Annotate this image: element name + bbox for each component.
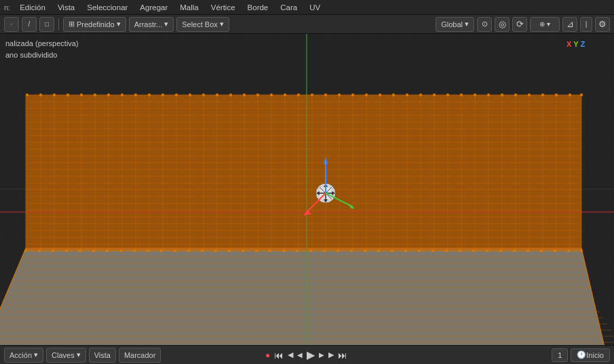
accion-arrow: ▾ — [34, 350, 38, 359]
transform-btn[interactable]: ⟳ — [512, 17, 527, 32]
global-arrow: ▾ — [465, 20, 469, 28]
svg-point-128 — [474, 94, 476, 96]
svg-point-131 — [514, 94, 517, 96]
menu-malla[interactable]: Malla — [174, 2, 204, 13]
svg-point-152 — [228, 249, 231, 252]
svg-point-139 — [52, 249, 54, 252]
menu-edicion[interactable]: Edición — [14, 2, 51, 13]
select-edges-btn[interactable]: / — [22, 17, 37, 32]
svg-point-115 — [297, 94, 300, 96]
svg-point-150 — [201, 249, 204, 252]
viewport-btn[interactable]: | — [580, 17, 592, 32]
svg-point-149 — [187, 249, 190, 252]
svg-point-109 — [216, 94, 218, 96]
snap-btn[interactable]: ⊙ — [477, 17, 492, 32]
svg-point-154 — [255, 249, 258, 252]
svg-point-163 — [377, 249, 380, 252]
svg-point-174 — [526, 249, 529, 252]
svg-point-134 — [555, 94, 558, 96]
world-background — [0, 34, 614, 345]
3d-viewport[interactable]: nalizada (perspectiva) ano subdividido X… — [0, 34, 614, 345]
mode-toolbar: · / □ ⊞ Predefinido ▾ Arrastr... ▾ Selec… — [0, 15, 614, 34]
svg-point-117 — [324, 94, 327, 96]
predefined-dropdown[interactable]: ⊞ Predefinido ▾ — [63, 17, 126, 32]
svg-point-142 — [92, 249, 95, 252]
record-btn[interactable]: ● — [264, 350, 271, 360]
svg-point-169 — [459, 249, 461, 252]
svg-point-132 — [528, 94, 531, 96]
svg-point-103 — [134, 94, 137, 96]
menu-borde[interactable]: Borde — [242, 2, 274, 13]
next-keyframe-btn[interactable]: ▶ — [327, 350, 335, 359]
svg-point-136 — [580, 94, 583, 96]
svg-point-125 — [433, 94, 436, 96]
menu-vertice[interactable]: Vértice — [206, 2, 241, 13]
svg-point-160 — [337, 249, 339, 252]
prev-frame-btn[interactable]: ◀ — [296, 351, 304, 359]
svg-point-100 — [94, 94, 96, 96]
predefined-icon: ⊞ — [69, 20, 75, 28]
settings-btn[interactable]: ⚙ — [595, 17, 610, 32]
svg-point-153 — [242, 249, 244, 252]
svg-point-129 — [487, 94, 490, 96]
svg-point-120 — [365, 94, 368, 96]
select-faces-btn[interactable]: □ — [39, 17, 54, 32]
overlay-btn[interactable]: ⊕ ▾ — [530, 17, 560, 32]
svg-point-151 — [214, 249, 217, 252]
svg-point-168 — [445, 249, 448, 252]
select-vertices-btn[interactable]: · — [4, 17, 19, 32]
next-frame-btn[interactable]: ▶ — [318, 351, 326, 359]
svg-point-146 — [147, 249, 149, 252]
predefined-arrow: ▾ — [117, 20, 121, 28]
svg-point-95 — [26, 94, 28, 96]
gizmo-btn[interactable]: ⊿ — [562, 17, 577, 32]
accion-menu[interactable]: Acción ▾ — [4, 348, 43, 363]
svg-point-108 — [202, 94, 205, 96]
svg-point-140 — [65, 249, 68, 252]
menu-seleccionar[interactable]: Seleccionar — [81, 2, 133, 13]
proportional-btn[interactable]: ◎ — [495, 17, 510, 32]
start-frame[interactable]: 🕐 Inicio — [571, 348, 610, 362]
claves-menu[interactable]: Claves ▾ — [46, 348, 86, 363]
playback-controls: ● ⏮ ◀ ◀ ▶ ▶ ▶ ⏭ — [264, 348, 349, 361]
svg-marker-12 — [0, 248, 611, 345]
mode-indicator: n: — [4, 3, 10, 12]
svg-point-171 — [486, 249, 488, 252]
svg-point-127 — [460, 94, 463, 96]
svg-marker-32 — [26, 95, 581, 251]
marcador-menu[interactable]: Marcador — [119, 348, 161, 363]
menu-cara[interactable]: Cara — [275, 2, 303, 13]
vista-menu[interactable]: Vista — [89, 348, 116, 363]
prev-keyframe-btn[interactable]: ◀ — [286, 350, 294, 359]
svg-point-102 — [121, 94, 123, 96]
svg-point-178 — [580, 249, 583, 252]
svg-point-165 — [404, 249, 407, 252]
select-box-dropdown[interactable]: Select Box ▾ — [176, 17, 229, 32]
claves-arrow: ▾ — [77, 350, 81, 359]
jump-start-btn[interactable]: ⏮ — [273, 350, 285, 361]
menu-vista[interactable]: Vista — [52, 2, 80, 13]
global-dropdown[interactable]: Global ▾ — [436, 17, 474, 32]
play-btn[interactable]: ▶ — [305, 348, 316, 361]
axis-indicator: X Y Z — [567, 38, 607, 50]
svg-point-155 — [269, 249, 271, 252]
svg-point-145 — [133, 249, 136, 252]
svg-point-126 — [446, 94, 449, 96]
svg-point-113 — [270, 94, 273, 96]
svg-point-107 — [189, 94, 191, 96]
arrastr-arrow: ▾ — [164, 20, 168, 28]
svg-point-121 — [379, 94, 381, 96]
axis-y-label: Y — [573, 40, 578, 48]
jump-end-btn[interactable]: ⏭ — [337, 350, 349, 361]
svg-point-111 — [243, 94, 246, 96]
svg-point-106 — [175, 94, 178, 96]
arrastr-dropdown[interactable]: Arrastr... ▾ — [129, 17, 174, 32]
menu-agregar[interactable]: Agregar — [134, 2, 173, 13]
select-box-arrow: ▾ — [220, 20, 224, 28]
svg-point-175 — [540, 249, 543, 252]
menu-uv[interactable]: UV — [304, 2, 326, 13]
frame-number[interactable]: 1 — [552, 348, 568, 362]
svg-point-135 — [569, 94, 571, 96]
svg-point-176 — [554, 249, 556, 252]
svg-point-162 — [364, 249, 366, 252]
